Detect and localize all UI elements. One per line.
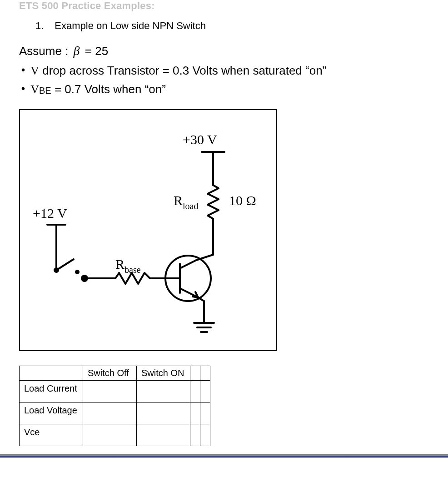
bullet1-v: V (30, 64, 39, 77)
cell (137, 381, 190, 402)
cell (83, 381, 137, 402)
cell (83, 402, 137, 424)
circuit-svg (20, 110, 278, 352)
page-header-faded: ETS 500 Practice Examples: (0, 0, 448, 12)
assume-line: Assume : β = 25 (0, 44, 448, 58)
circuit-diagram: +30 V +12 V Rload 10 Ω Rbase (19, 109, 277, 351)
cell (200, 381, 210, 402)
table-row: Load Current (20, 381, 210, 402)
footer-divider (0, 454, 448, 458)
results-table: Switch Off Switch ON Load Current Load V… (19, 366, 210, 446)
svg-point-18 (76, 271, 79, 273)
example-title: Example on Low side NPN Switch (55, 20, 206, 31)
svg-line-15 (56, 259, 74, 270)
example-number: 1. (35, 20, 44, 31)
cell (200, 402, 210, 424)
bullet2-text: = 0.7 Volts when “on” (51, 82, 166, 96)
assume-label: Assume : (19, 44, 68, 58)
results-table-wrapper: Switch Off Switch ON Load Current Load V… (19, 366, 448, 446)
row-label: Load Voltage (20, 402, 83, 424)
col-switch-off: Switch Off (83, 366, 137, 381)
bullet2-sub: BE (39, 86, 51, 96)
beta-symbol: β (72, 44, 82, 58)
cell (200, 424, 210, 446)
col-blank-1 (190, 366, 200, 381)
bullet-2: • VBE = 0.7 Volts when “on” (0, 82, 448, 96)
cell (190, 402, 200, 424)
row-label: Load Current (20, 381, 83, 402)
bullet-1: • V drop across Transistor = 0.3 Volts w… (0, 64, 448, 78)
svg-point-16 (55, 268, 58, 272)
cell (83, 424, 137, 446)
table-row: Vce (20, 424, 210, 446)
beta-value: = 25 (85, 44, 108, 58)
cell (137, 402, 190, 424)
table-header-row: Switch Off Switch ON (20, 366, 210, 381)
table-row: Load Voltage (20, 402, 210, 424)
example-heading: 1.Example on Low side NPN Switch (0, 20, 448, 32)
col-switch-on: Switch ON (137, 366, 190, 381)
cell (190, 424, 200, 446)
cell (137, 424, 190, 446)
col-blank-2 (200, 366, 210, 381)
bullet1-text: drop across Transistor = 0.3 Volts when … (39, 64, 326, 77)
svg-line-6 (180, 260, 196, 268)
row-label: Vce (20, 424, 83, 446)
table-corner-blank (20, 366, 83, 381)
cell (190, 381, 200, 402)
bullet2-v: V (30, 83, 39, 96)
